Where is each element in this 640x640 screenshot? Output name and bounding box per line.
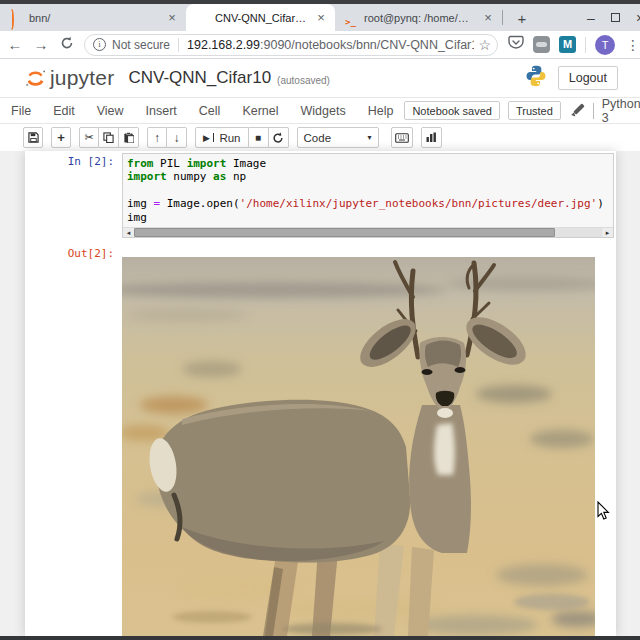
browser-menu-icon[interactable]: ⋮ xyxy=(626,37,640,53)
m-extension-icon[interactable]: M xyxy=(559,36,576,53)
kernel-name: Python 3 xyxy=(602,97,640,125)
security-status: Not secure xyxy=(112,38,170,52)
command-palette-button[interactable] xyxy=(391,127,413,148)
menu-edit[interactable]: Edit xyxy=(42,104,86,118)
terminal-icon: >_ xyxy=(345,11,358,24)
edit-mode-pencil-icon xyxy=(571,104,583,118)
notebook-saved-badge: Notebook saved xyxy=(404,101,500,120)
scroll-right-icon[interactable]: ▸ xyxy=(602,228,613,237)
cell-horizontal-scrollbar[interactable]: ◂ ▸ xyxy=(123,227,613,237)
notebook-toolbar: + ✂ ↑ ↓ ▶ Run ■ Code xyxy=(0,124,640,151)
autosave-status: (autosaved) xyxy=(277,71,330,86)
divider xyxy=(585,37,586,53)
run-cell-button[interactable]: ▶ Run xyxy=(195,127,249,148)
jupyter-logo-icon xyxy=(24,67,47,90)
play-icon: ▶ xyxy=(203,133,210,143)
tab-title: root@pynq: /home/xilinx xyxy=(364,12,474,24)
close-window-button[interactable]: × xyxy=(633,10,640,26)
cell-type-dropdown[interactable]: Code ▾ xyxy=(297,127,379,148)
divider xyxy=(593,103,594,119)
jupyter-header: jupyter CNV-QNN_Cifar10 (autosaved) Logo… xyxy=(0,59,640,97)
reload-icon[interactable] xyxy=(54,36,80,53)
url-path: :9090/notebooks/bnn/CNV-QNN_Cifar10.ipy.… xyxy=(260,38,474,52)
back-icon[interactable]: ← xyxy=(2,36,28,53)
input-prompt: In [2]: xyxy=(25,153,122,238)
tab-title: bnn/ xyxy=(29,12,158,24)
logout-button[interactable]: Logout xyxy=(558,66,618,90)
url-text[interactable]: 192.168.2.99:9090/notebooks/bnn/CNV-QNN_… xyxy=(187,38,474,52)
scroll-left-icon[interactable]: ◂ xyxy=(123,228,134,237)
save-button[interactable] xyxy=(23,127,43,148)
menu-view[interactable]: View xyxy=(86,104,135,118)
browser-tab-strip: bnn/ × CNV-QNN_Cifar10 × >_ root@pynq: /… xyxy=(0,4,640,31)
cut-cells-button[interactable]: ✂ xyxy=(79,127,99,148)
copy-cells-button[interactable] xyxy=(99,127,119,148)
browser-toolbar: ← → i Not secure 192.168.2.99:9090/noteb… xyxy=(0,31,640,59)
paste-cells-button[interactable] xyxy=(119,127,139,148)
code-cell[interactable]: In [2]: from PIL import Imageimport nump… xyxy=(25,153,616,238)
extension-icon[interactable] xyxy=(533,36,550,53)
move-cell-up-button[interactable]: ↑ xyxy=(147,127,167,148)
tab-cnv-qnn-cifar10[interactable]: CNV-QNN_Cifar10 × xyxy=(186,4,335,31)
tab-separator xyxy=(502,10,503,25)
move-cell-down-button[interactable]: ↓ xyxy=(167,127,187,148)
menu-file[interactable]: File xyxy=(0,104,42,118)
output-prompt: Out[2]: xyxy=(25,245,122,636)
add-cell-button[interactable]: + xyxy=(51,127,71,148)
tab-terminal[interactable]: >_ root@pynq: /home/xilinx × xyxy=(335,4,502,31)
jupyter-logo-text: jupyter xyxy=(50,66,114,90)
jupyter-menubar: File Edit View Insert Cell Kernel Widget… xyxy=(0,97,640,124)
extensions-area: M T ⋮ xyxy=(508,35,640,55)
menu-insert[interactable]: Insert xyxy=(135,104,188,118)
pocket-icon[interactable] xyxy=(508,35,524,54)
menu-kernel[interactable]: Kernel xyxy=(231,104,289,118)
output-area: Out[2]: xyxy=(25,245,616,636)
forward-icon[interactable]: → xyxy=(28,36,54,53)
window-bottom-edge xyxy=(0,636,640,640)
chevron-down-icon: ▾ xyxy=(368,133,372,142)
deer-output-image xyxy=(122,257,595,636)
widgets-chart-button[interactable] xyxy=(421,127,442,148)
scrollbar-thumb[interactable] xyxy=(134,228,555,237)
scrollbar-track[interactable] xyxy=(555,228,602,237)
minimize-button[interactable]: – xyxy=(584,10,598,26)
step-bar-icon xyxy=(213,133,215,142)
code-editor[interactable]: from PIL import Imageimport numpy as np … xyxy=(123,154,613,224)
divider xyxy=(178,38,179,52)
restart-kernel-button[interactable] xyxy=(269,127,289,148)
notebook-book-icon xyxy=(196,11,209,24)
menu-help[interactable]: Help xyxy=(357,104,405,118)
tab-title: CNV-QNN_Cifar10 xyxy=(215,12,307,24)
interrupt-kernel-button[interactable]: ■ xyxy=(249,127,269,148)
menu-widgets[interactable]: Widgets xyxy=(290,104,357,118)
url-host: 192.168.2.99 xyxy=(187,38,260,52)
notebook-container: In [2]: from PIL import Imageimport nump… xyxy=(25,151,616,636)
screen: bnn/ × CNV-QNN_Cifar10 × >_ root@pynq: /… xyxy=(0,0,640,640)
info-icon[interactable]: i xyxy=(93,38,106,51)
notebook-title[interactable]: CNV-QNN_Cifar10 xyxy=(128,68,271,88)
mouse-cursor xyxy=(597,501,611,525)
window-controls: – × xyxy=(584,4,640,31)
address-bar[interactable]: i Not secure 192.168.2.99:9090/notebooks… xyxy=(84,34,498,56)
code-input-area[interactable]: from PIL import Imageimport numpy as np … xyxy=(122,153,614,238)
menu-cell[interactable]: Cell xyxy=(188,104,232,118)
notebook-scroll-area[interactable]: In [2]: from PIL import Imageimport nump… xyxy=(0,151,640,636)
tab-bnn[interactable]: bnn/ × xyxy=(0,4,186,31)
close-tab-icon[interactable]: × xyxy=(480,10,496,26)
jupyter-spinner-icon xyxy=(10,11,23,24)
maximize-button[interactable] xyxy=(611,13,620,22)
bookmark-star-icon[interactable]: ☆ xyxy=(478,37,491,53)
new-tab-button[interactable]: + xyxy=(511,10,533,27)
profile-avatar[interactable]: T xyxy=(595,35,615,55)
close-tab-icon[interactable]: × xyxy=(313,10,329,26)
jupyter-logo[interactable]: jupyter xyxy=(24,66,114,90)
python-logo-icon xyxy=(524,64,548,92)
trusted-badge[interactable]: Trusted xyxy=(508,101,561,120)
close-tab-icon[interactable]: × xyxy=(164,10,180,26)
